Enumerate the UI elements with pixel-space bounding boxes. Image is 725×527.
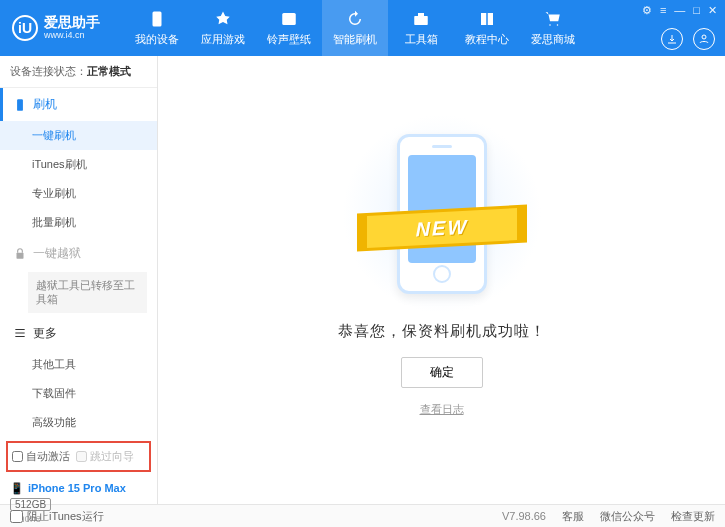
nav-my-device[interactable]: 我的设备 <box>124 0 190 56</box>
version-label: V7.98.66 <box>502 510 546 522</box>
svg-rect-1 <box>282 13 296 25</box>
sub-other-tools[interactable]: 其他工具 <box>0 350 157 379</box>
cart-icon <box>543 9 563 29</box>
app-icon <box>213 9 233 29</box>
logo: iU 爱思助手 www.i4.cn <box>8 15 108 41</box>
sub-batch-flash[interactable]: 批量刷机 <box>0 208 157 237</box>
phone-sync-icon <box>13 98 27 112</box>
app-title: 爱思助手 <box>44 15 100 30</box>
ok-button[interactable]: 确定 <box>401 357 483 388</box>
chk-block-itunes[interactable]: 阻止iTunes运行 <box>10 509 104 524</box>
sub-itunes-flash[interactable]: iTunes刷机 <box>0 150 157 179</box>
connection-status: 设备连接状态：正常模式 <box>0 56 157 88</box>
options-highlight: 自动激活 跳过向导 <box>6 441 151 472</box>
svg-rect-6 <box>17 252 24 258</box>
support-link[interactable]: 客服 <box>562 509 584 524</box>
main-nav: 我的设备 应用游戏 铃声壁纸 智能刷机 工具箱 教程中心 爱思商城 <box>124 0 586 56</box>
list-icon <box>13 326 27 340</box>
user-button[interactable] <box>693 28 715 50</box>
check-update-link[interactable]: 检查更新 <box>671 509 715 524</box>
maximize-button[interactable]: □ <box>693 4 700 17</box>
close-button[interactable]: ✕ <box>708 4 717 17</box>
download-button[interactable] <box>661 28 683 50</box>
phone-icon <box>147 9 167 29</box>
nav-tutorials[interactable]: 教程中心 <box>454 0 520 56</box>
nav-toolbox[interactable]: 工具箱 <box>388 0 454 56</box>
jailbreak-note: 越狱工具已转移至工具箱 <box>28 272 147 313</box>
svg-rect-0 <box>153 12 162 27</box>
toolbox-icon <box>411 9 431 29</box>
cat-more[interactable]: 更多 <box>0 317 157 350</box>
settings-icon[interactable]: ⚙ <box>642 4 652 17</box>
svg-rect-3 <box>418 13 424 16</box>
view-log-link[interactable]: 查看日志 <box>420 402 464 417</box>
nav-ringtones[interactable]: 铃声壁纸 <box>256 0 322 56</box>
cat-flash[interactable]: 刷机 <box>0 88 157 121</box>
svg-rect-2 <box>414 16 428 25</box>
nav-flash[interactable]: 智能刷机 <box>322 0 388 56</box>
picture-icon <box>279 9 299 29</box>
sidebar: 设备连接状态：正常模式 刷机 一键刷机 iTunes刷机 专业刷机 批量刷机 一… <box>0 56 158 504</box>
book-icon <box>477 9 497 29</box>
lock-icon <box>13 247 27 261</box>
nav-apps[interactable]: 应用游戏 <box>190 0 256 56</box>
logo-icon: iU <box>12 15 38 41</box>
refresh-icon <box>345 9 365 29</box>
sub-advanced[interactable]: 高级功能 <box>0 408 157 437</box>
wechat-link[interactable]: 微信公众号 <box>600 509 655 524</box>
sub-download-firmware[interactable]: 下载固件 <box>0 379 157 408</box>
svg-point-4 <box>702 35 706 39</box>
sub-pro-flash[interactable]: 专业刷机 <box>0 179 157 208</box>
success-message: 恭喜您，保资料刷机成功啦！ <box>338 322 546 341</box>
cat-jailbreak: 一键越狱 <box>0 237 157 270</box>
app-header: iU 爱思助手 www.i4.cn 我的设备 应用游戏 铃声壁纸 智能刷机 工具… <box>0 0 725 56</box>
minimize-button[interactable]: — <box>674 4 685 17</box>
main-content: NEW 恭喜您，保资料刷机成功啦！ 确定 查看日志 <box>158 56 725 504</box>
chk-skip-guide[interactable]: 跳过向导 <box>76 449 134 464</box>
menu-icon[interactable]: ≡ <box>660 4 666 17</box>
window-controls: ⚙ ≡ — □ ✕ <box>642 4 717 17</box>
svg-rect-5 <box>17 99 23 111</box>
success-illustration: NEW <box>372 124 512 304</box>
nav-store[interactable]: 爱思商城 <box>520 0 586 56</box>
sub-one-click-flash[interactable]: 一键刷机 <box>0 121 157 150</box>
app-url: www.i4.cn <box>44 31 100 41</box>
chk-auto-activate[interactable]: 自动激活 <box>12 449 70 464</box>
device-icon: 📱 <box>10 482 24 495</box>
